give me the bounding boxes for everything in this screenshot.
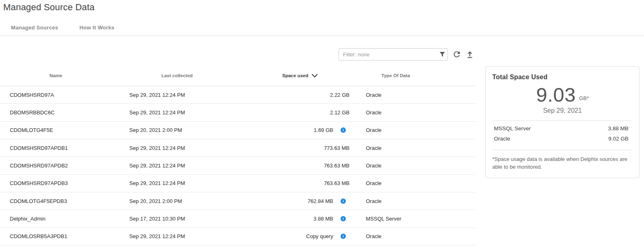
- source-name: CDOMSHSRD97APDB1: [0, 145, 112, 151]
- table-row[interactable]: CDOMSHSRD97A Sep 29, 2021 12:24 PM 2.22 …: [0, 86, 476, 104]
- table-row[interactable]: CDOMLOSRB5A3PDB1 Sep 29, 2021 12:24 PM C…: [0, 228, 476, 245]
- breakdown-row: Oracle 9.02 GB: [494, 134, 631, 144]
- sort-desc-chevron-down-icon[interactable]: [312, 74, 318, 78]
- tab-how-it-works[interactable]: How It Works: [80, 25, 115, 31]
- card-divider-bottom: [492, 150, 633, 150]
- space-used-cell: 2.12 GB i: [242, 109, 358, 116]
- table-body: CDOMSHSRD97A Sep 29, 2021 12:24 PM 2.22 …: [0, 86, 476, 245]
- space-used-value: 763.63 MB: [324, 180, 350, 186]
- breakdown-label: MSSQL Server: [494, 125, 531, 132]
- total-space-date: Sep 29, 2021: [492, 107, 633, 114]
- data-type-value: Oracle: [358, 109, 476, 116]
- breakdown-value: 3.88 MB: [608, 125, 631, 132]
- breakdown-row: MSSQL Server 3.88 MB: [494, 123, 631, 134]
- breakdown-label: Oracle: [494, 136, 510, 142]
- table-row[interactable]: CDOMSHSRD97APDB1 Sep 29, 2021 12:24 PM 7…: [0, 139, 476, 157]
- total-space-unit: GB*: [579, 95, 589, 101]
- source-name: CDOMSHSRD97APDB3: [0, 180, 112, 186]
- column-header-space-used[interactable]: Space used: [242, 73, 358, 78]
- space-used-cell: 762.84 MB i: [242, 198, 358, 204]
- card-title: Total Space Used: [492, 74, 633, 81]
- last-collected-value: Sep 29, 2021 12:24 PM: [112, 180, 242, 186]
- data-type-value: Oracle: [358, 127, 476, 133]
- info-icon[interactable]: i: [341, 127, 346, 133]
- info-icon[interactable]: i: [341, 198, 346, 204]
- source-name: Delphix_Admin: [0, 216, 112, 222]
- last-collected-value: Sep 17, 2021 10:30 PM: [112, 216, 242, 222]
- data-type-value: Oracle: [358, 198, 476, 204]
- column-header-type-of-data[interactable]: Type Of Data: [358, 73, 476, 78]
- data-type-value: Oracle: [358, 233, 476, 239]
- filter-funnel-icon[interactable]: [437, 49, 447, 60]
- info-icon[interactable]: i: [341, 216, 346, 221]
- table-row[interactable]: CDOMSHSRD97APDB3 Sep 29, 2021 12:24 PM 7…: [0, 175, 476, 192]
- last-collected-value: Sep 29, 2021 12:24 PM: [112, 109, 242, 116]
- total-space-used-card: Total Space Used 9.03GB* Sep 29, 2021 MS…: [485, 66, 640, 178]
- source-name: CDOMLOSRB5A3PDB1: [0, 233, 112, 239]
- column-header-last-collected[interactable]: Last collected: [112, 73, 242, 78]
- space-used-cell: 773.63 MB i: [242, 145, 358, 151]
- table-row[interactable]: CDOMLOTG4F5EPDB3 Sep 20, 2021 2:00 PM 76…: [0, 192, 476, 210]
- column-header-name[interactable]: Name: [0, 73, 112, 78]
- space-used-value: 762.84 MB: [308, 198, 333, 204]
- table-row[interactable]: CDOMSHSRD97APDB2 Sep 29, 2021 12:24 PM 7…: [0, 157, 476, 174]
- table-row[interactable]: CDOMLOTG4F5E Sep 20, 2021 2:00 PM 1.69 G…: [0, 122, 476, 139]
- tab-bar: Managed Sources How It Works: [11, 25, 114, 31]
- space-used-cell: 1.69 GB i: [242, 127, 358, 133]
- source-name: DBOMSRBBDC6C: [0, 109, 112, 116]
- space-used-value: 763.63 MB: [324, 163, 350, 169]
- space-used-value: 2.12 GB: [330, 109, 350, 116]
- space-used-cell: Copy query i: [242, 233, 358, 239]
- upload-icon: [466, 50, 474, 58]
- source-name: CDOMSHSRD97APDB2: [0, 163, 112, 169]
- info-icon[interactable]: i: [341, 234, 346, 239]
- space-used-value: Copy query: [306, 233, 333, 239]
- last-collected-value: Sep 20, 2021 2:00 PM: [112, 198, 242, 204]
- last-collected-value: Sep 29, 2021 12:24 PM: [112, 145, 242, 151]
- total-space-value: 9.03: [536, 84, 575, 106]
- space-used-value: 1.69 GB: [314, 127, 333, 133]
- tab-bar-divider: [0, 36, 644, 36]
- space-used-value: 773.63 MB: [324, 145, 350, 151]
- data-type-value: Oracle: [358, 163, 476, 169]
- space-used-value: 2.22 GB: [330, 92, 350, 98]
- source-name: CDOMLOTG4F5EPDB3: [0, 198, 112, 204]
- card-footnote: *Space usage data is available when Delp…: [492, 156, 629, 171]
- refresh-icon: [452, 50, 461, 59]
- last-collected-value: Sep 29, 2021 12:24 PM: [112, 233, 242, 239]
- table-header: Name Last collected Space used Type Of D…: [0, 65, 476, 86]
- breakdown-value: 9.02 GB: [608, 136, 631, 142]
- data-type-value: Oracle: [358, 145, 476, 151]
- data-type-value: Oracle: [358, 92, 476, 98]
- column-header-space-used-label: Space used: [282, 73, 308, 78]
- table-row[interactable]: DBOMSRBBDC6C Sep 29, 2021 12:24 PM 2.12 …: [0, 104, 476, 121]
- last-collected-value: Sep 29, 2021 12:24 PM: [112, 163, 242, 169]
- source-name: CDOMLOTG4F5E: [0, 127, 112, 133]
- table-row[interactable]: Delphix_Admin Sep 17, 2021 10:30 PM 3.88…: [0, 210, 476, 227]
- space-used-cell: 763.63 MB i: [242, 180, 358, 186]
- space-used-cell: 2.22 GB i: [242, 92, 358, 98]
- space-used-cell: 763.63 MB i: [242, 163, 358, 169]
- last-collected-value: Sep 29, 2021 12:24 PM: [112, 92, 242, 98]
- data-type-value: MSSQL Server: [358, 216, 476, 222]
- managed-sources-table: Name Last collected Space used Type Of D…: [0, 65, 476, 245]
- tab-managed-sources[interactable]: Managed Sources: [11, 25, 58, 31]
- breakdown-list: MSSQL Server 3.88 MB Oracle 9.02 GB: [492, 121, 633, 144]
- source-name: CDOMSHSRD97A: [0, 92, 112, 98]
- total-space-figure: 9.03GB*: [492, 83, 633, 106]
- export-button[interactable]: [464, 49, 476, 60]
- last-collected-value: Sep 20, 2021 2:00 PM: [112, 127, 242, 133]
- data-type-value: Oracle: [358, 180, 476, 186]
- filter-input[interactable]: [339, 49, 437, 60]
- space-used-cell: 3.88 MB i: [242, 216, 358, 222]
- refresh-button[interactable]: [451, 49, 463, 60]
- filter-box: [339, 48, 448, 60]
- space-used-value: 3.88 MB: [314, 216, 333, 222]
- page-title: Managed Source Data: [3, 2, 95, 13]
